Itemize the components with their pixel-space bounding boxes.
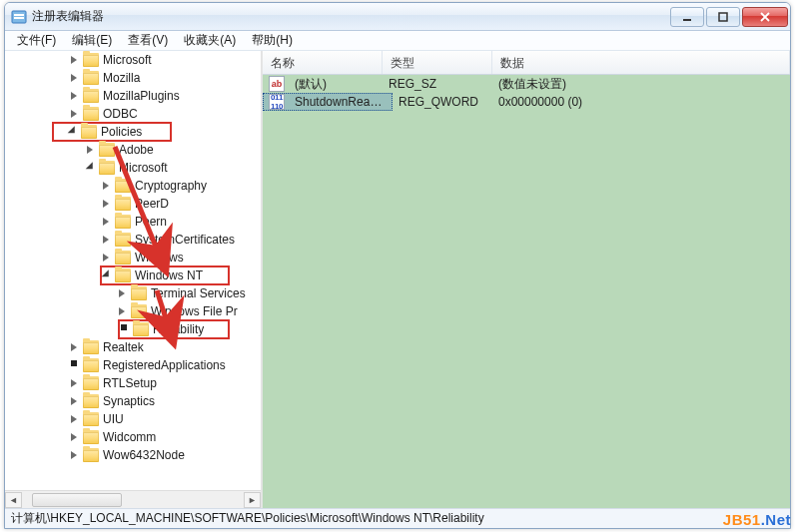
folder-icon [83,394,99,408]
values-panel: 名称 类型 数据 ab (默认) REG_SZ (数值未设置) 011110 S… [263,51,790,508]
tree-node-wow6432node[interactable]: Wow6432Node [5,446,261,464]
tree-node-realtek[interactable]: Realtek [5,338,261,356]
maximize-button[interactable] [706,7,740,27]
tree-body[interactable]: Microsoft Mozilla MozillaPlugins [5,51,261,468]
binary-value-icon: 011110 [269,94,285,110]
tree-node-windows-file-p[interactable]: Windows File Pr [5,302,261,320]
string-value-icon: ab [269,76,285,92]
expand-icon[interactable] [69,71,83,85]
scroll-right-button[interactable]: ► [244,492,261,508]
svg-rect-1 [14,14,24,16]
tree-node-uiu[interactable]: UIU [5,410,261,428]
expand-icon[interactable] [101,197,115,211]
tree-node-terminal-services[interactable]: Terminal Services [5,284,261,302]
tree-h-scrollbar[interactable]: ◄ ► [5,490,261,508]
svg-rect-4 [719,13,727,21]
collapse-icon[interactable] [101,268,115,282]
list-row-default[interactable]: ab (默认) REG_SZ (数值未设置) [263,75,790,93]
folder-icon [115,197,131,211]
folder-icon [83,107,99,121]
expand-icon[interactable] [69,53,83,67]
tree-node-cryptography[interactable]: Cryptography [5,177,261,195]
regedit-window: 注册表编辑器 文件(F) 编辑(E) 查看(V) 收藏夹(A) 帮助(H) [4,2,791,529]
tree-node-windows-nt[interactable]: Windows NT [101,266,229,284]
tree-node-windows[interactable]: Windows [5,249,261,266]
values-list[interactable]: ab (默认) REG_SZ (数值未设置) 011110 ShutdownRe… [263,75,790,111]
expand-icon[interactable] [69,412,83,426]
tree-node-synaptics[interactable]: Synaptics [5,392,261,410]
tree-node-registeredapplications[interactable]: RegisteredApplications [5,356,261,374]
registry-tree: Microsoft Mozilla MozillaPlugins [5,51,261,464]
folder-icon [83,71,99,85]
menu-file[interactable]: 文件(F) [9,30,64,51]
scroll-left-button[interactable]: ◄ [5,492,22,508]
expand-icon[interactable] [69,430,83,444]
expand-icon[interactable] [69,340,83,354]
minimize-button[interactable] [670,7,704,27]
value-type: REG_QWORD [393,95,492,109]
value-data: 0x00000000 (0) [492,95,588,109]
expand-icon[interactable] [69,376,83,390]
folder-icon [83,89,99,103]
tree-node-systemcertificates[interactable]: SystemCertificates [5,231,261,249]
menu-edit[interactable]: 编辑(E) [64,30,120,51]
tree-node-rtlsetup[interactable]: RTLSetup [5,374,261,392]
expand-icon[interactable] [69,394,83,408]
tree-node-policies[interactable]: Policies [53,123,171,141]
scroll-track[interactable] [22,492,244,508]
expand-icon[interactable] [69,107,83,121]
menu-view[interactable]: 查看(V) [120,30,176,51]
collapse-icon[interactable] [67,125,81,139]
folder-icon [83,376,99,390]
tree-node-microsoft2[interactable]: Microsoft [5,159,261,177]
menu-favorites[interactable]: 收藏夹(A) [176,30,244,51]
expand-icon[interactable] [69,89,83,103]
folder-icon [81,125,97,139]
leaf-icon [119,322,133,336]
tree-node-odbc[interactable]: ODBC [5,105,261,123]
tree-node-reliability[interactable]: Reliability [119,320,229,338]
menu-help[interactable]: 帮助(H) [244,30,301,51]
tree-node-microsoft[interactable]: Microsoft [5,51,261,69]
window-buttons [668,6,788,27]
tree-node-mozilla[interactable]: Mozilla [5,69,261,87]
tree-node-widcomm[interactable]: Widcomm [5,428,261,446]
value-type: REG_SZ [383,77,492,91]
folder-icon [83,358,99,372]
folder-icon [115,251,131,265]
expand-icon[interactable] [101,179,115,193]
folder-icon [99,161,115,175]
expand-icon[interactable] [101,233,115,247]
menubar: 文件(F) 编辑(E) 查看(V) 收藏夹(A) 帮助(H) [5,31,790,51]
list-row-shutdownreason[interactable]: 011110 ShutdownReas... [263,93,393,111]
titlebar[interactable]: 注册表编辑器 [5,3,790,31]
folder-icon [115,233,131,247]
expand-icon[interactable] [117,304,131,318]
close-button[interactable] [742,7,788,27]
expand-icon[interactable] [85,143,99,157]
expand-icon[interactable] [101,251,115,265]
folder-icon [83,430,99,444]
folder-icon [133,322,149,336]
tree-node-peerd[interactable]: PeerD [5,195,261,213]
expand-icon[interactable] [69,448,83,462]
statusbar: 计算机\HKEY_LOCAL_MACHINE\SOFTWARE\Policies… [5,508,790,528]
tree-node-peern[interactable]: Peern [5,213,261,231]
scroll-thumb[interactable] [32,493,122,507]
expand-icon[interactable] [117,286,131,300]
folder-icon [131,286,147,300]
collapse-icon[interactable] [85,161,99,175]
list-row-shutdownreason-rest[interactable]: REG_QWORD 0x00000000 (0) [393,93,790,111]
tree-node-adobe[interactable]: Adobe [5,141,261,159]
col-data[interactable]: 数据 [492,51,790,74]
folder-icon [115,215,131,229]
col-name[interactable]: 名称 [263,51,383,74]
folder-icon [83,448,99,462]
folder-icon [115,268,131,282]
value-name: ShutdownReas... [289,95,389,109]
col-type[interactable]: 类型 [383,51,492,74]
expand-icon[interactable] [101,215,115,229]
leaf-icon [69,358,83,372]
regedit-icon [11,9,27,25]
tree-node-mozillaplugins[interactable]: MozillaPlugins [5,87,261,105]
